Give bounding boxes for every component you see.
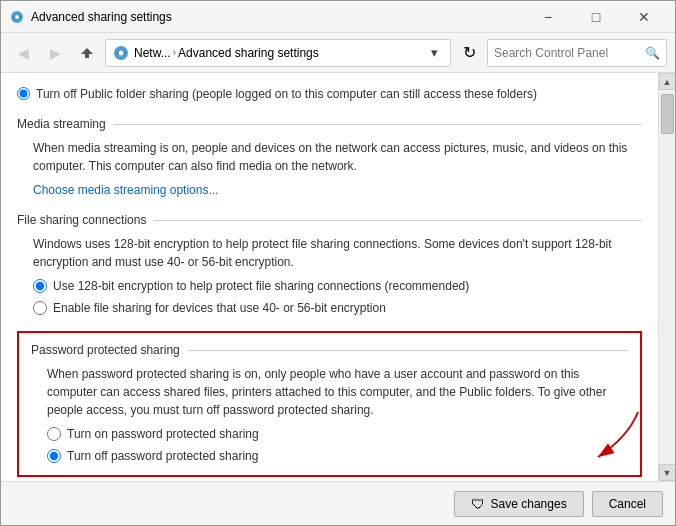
title-bar: Advanced sharing settings − □ ✕ [1, 1, 675, 33]
file-sharing-desc: Windows uses 128-bit encryption to help … [33, 235, 642, 271]
password-section-body: When password protected sharing is on, o… [31, 365, 628, 465]
svg-point-3 [119, 50, 124, 55]
file-sharing-section: File sharing connections Windows uses 12… [17, 213, 642, 317]
password-on-option: Turn on password protected sharing [47, 425, 628, 443]
file-sharing-40bit-radio[interactable] [33, 301, 47, 315]
scrollbar-down-arrow[interactable]: ▼ [659, 464, 676, 481]
password-protected-section: Password protected sharing When password… [17, 331, 642, 477]
toolbar: ◀ ▶ Netw... › Advanced sharing settings … [1, 33, 675, 73]
file-sharing-option-1: Use 128-bit encryption to help protect f… [33, 277, 642, 295]
up-button[interactable] [73, 39, 101, 67]
password-section-line [188, 350, 628, 351]
back-button[interactable]: ◀ [9, 39, 37, 67]
svg-point-1 [15, 15, 19, 19]
refresh-button[interactable]: ↻ [455, 39, 483, 67]
search-input[interactable] [494, 46, 645, 60]
window-controls: − □ ✕ [525, 1, 667, 33]
file-sharing-40bit-label: Enable file sharing for devices that use… [53, 299, 386, 317]
file-sharing-body: Windows uses 128-bit encryption to help … [17, 235, 642, 317]
password-off-label: Turn off password protected sharing [67, 447, 258, 465]
file-sharing-line [154, 220, 642, 221]
file-sharing-title: File sharing connections [17, 213, 146, 227]
footer: 🛡 Save changes Cancel [1, 481, 675, 525]
file-sharing-header: File sharing connections [17, 213, 642, 227]
main-content: Turn off Public folder sharing (people l… [1, 73, 658, 481]
close-button[interactable]: ✕ [621, 1, 667, 33]
search-bar[interactable]: 🔍 [487, 39, 667, 67]
search-icon: 🔍 [645, 46, 660, 60]
address-bar: Netw... › Advanced sharing settings ▾ [105, 39, 451, 67]
public-folder-radio[interactable] [17, 87, 30, 100]
address-settings: Advanced sharing settings [178, 46, 319, 60]
media-streaming-body: When media streaming is on, people and d… [17, 139, 642, 199]
file-sharing-128bit-radio[interactable] [33, 279, 47, 293]
file-sharing-option-2: Enable file sharing for devices that use… [33, 299, 642, 317]
shield-icon: 🛡 [471, 496, 485, 512]
address-chevron1: › [173, 47, 176, 58]
scrollbar-up-arrow[interactable]: ▲ [659, 73, 676, 90]
password-off-radio[interactable] [47, 449, 61, 463]
media-streaming-header: Media streaming [17, 117, 642, 131]
main-window: Advanced sharing settings − □ ✕ ◀ ▶ [0, 0, 676, 526]
scrollbar: ▲ ▼ [658, 73, 675, 481]
password-section-header: Password protected sharing [31, 343, 628, 357]
public-folder-option: Turn off Public folder sharing (people l… [17, 85, 642, 103]
file-sharing-128bit-label: Use 128-bit encryption to help protect f… [53, 277, 469, 295]
password-on-label: Turn on password protected sharing [67, 425, 259, 443]
media-streaming-section: Media streaming When media streaming is … [17, 117, 642, 199]
scrollbar-thumb[interactable] [661, 94, 674, 134]
window-title: Advanced sharing settings [31, 10, 525, 24]
public-folder-label: Turn off Public folder sharing (people l… [36, 85, 537, 103]
window-icon [9, 9, 25, 25]
content-area: Turn off Public folder sharing (people l… [1, 73, 675, 481]
password-section-title: Password protected sharing [31, 343, 180, 357]
password-section-desc: When password protected sharing is on, o… [47, 365, 628, 419]
cancel-button[interactable]: Cancel [592, 491, 663, 517]
scrollbar-track[interactable] [659, 90, 675, 464]
maximize-button[interactable]: □ [573, 1, 619, 33]
minimize-button[interactable]: − [525, 1, 571, 33]
media-streaming-line [114, 124, 642, 125]
password-on-radio[interactable] [47, 427, 61, 441]
password-off-container: Turn off password protected sharing [47, 447, 628, 465]
save-changes-button[interactable]: 🛡 Save changes [454, 491, 584, 517]
media-streaming-title: Media streaming [17, 117, 106, 131]
network-icon [112, 44, 130, 62]
address-network: Netw... [134, 46, 171, 60]
forward-button[interactable]: ▶ [41, 39, 69, 67]
media-streaming-desc: When media streaming is on, people and d… [33, 139, 642, 175]
password-off-option: Turn off password protected sharing [47, 447, 628, 465]
media-streaming-link[interactable]: Choose media streaming options... [33, 183, 218, 197]
save-changes-label: Save changes [491, 497, 567, 511]
address-dropdown-button[interactable]: ▾ [424, 42, 444, 64]
address-segments: Netw... › Advanced sharing settings [134, 46, 420, 60]
